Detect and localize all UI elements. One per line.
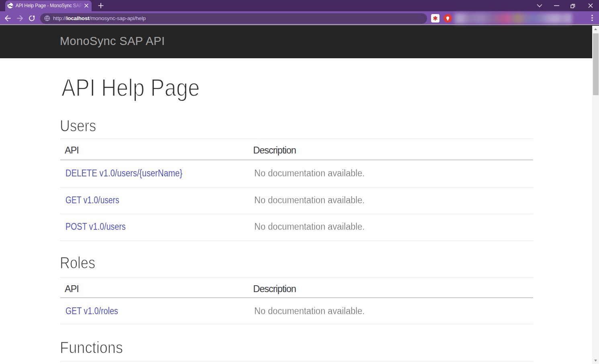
svg-text:✱: ✱ (433, 15, 438, 22)
